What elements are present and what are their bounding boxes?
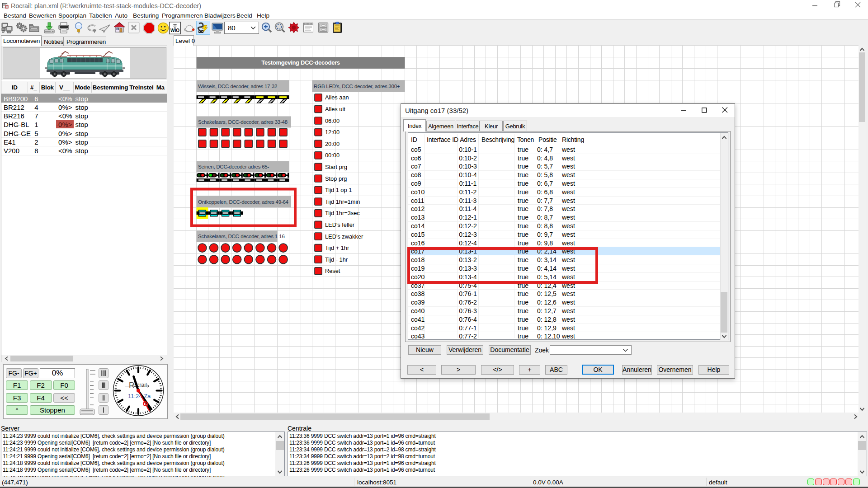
svg-text:Alles uit: Alles uit: [325, 106, 345, 113]
svg-text:Stop prg: Stop prg: [325, 175, 347, 182]
svg-text:Testomgeving DCC-decoders: Testomgeving DCC-decoders: [261, 59, 340, 66]
svg-text:Tijd 1hr=1min: Tijd 1hr=1min: [325, 198, 360, 205]
svg-text:12:00: 12:00: [325, 129, 340, 136]
svg-text:Ontkoppelen, DCC-decoder, adre: Ontkoppelen, DCC-decoder, adres 49-64: [198, 199, 288, 205]
svg-text:20:00: 20:00: [325, 141, 340, 147]
svg-text:WIO: WIO: [170, 28, 179, 33]
svg-text:Reset: Reset: [325, 267, 340, 274]
svg-text:Schakelaars, DCC-decoder, adre: Schakelaars, DCC-decoder, adres 33-48: [198, 119, 288, 125]
svg-text:06:00: 06:00: [325, 117, 340, 124]
svg-text:LED's zwakker: LED's zwakker: [325, 233, 363, 240]
svg-text:RGB LED's, DCC-decoder, adres: RGB LED's, DCC-decoder, adres 300+: [314, 83, 400, 89]
svg-text:Tijd 1 op 1: Tijd 1 op 1: [325, 187, 352, 193]
svg-text:Tijd + 1hr: Tijd + 1hr: [325, 244, 349, 251]
svg-text:Wissels, DCC-decoder, adres 17: Wissels, DCC-decoder, adres 17-32: [198, 83, 277, 89]
svg-text:00:00: 00:00: [325, 152, 340, 159]
svg-text:Alles aan: Alles aan: [325, 94, 349, 101]
svg-text:Tijd 1hr=3sec: Tijd 1hr=3sec: [325, 210, 360, 216]
svg-text:LED's feller: LED's feller: [325, 221, 355, 228]
svg-text:Tijd - 1hr: Tijd - 1hr: [325, 256, 348, 263]
svg-text:Seinen, DCC-decoder adres 65-: Seinen, DCC-decoder adres 65-: [198, 164, 269, 169]
svg-text:Start prg: Start prg: [325, 164, 347, 170]
svg-text:Schakelaars, DCC-decoder, adre: Schakelaars, DCC-decoder, adres 1-16: [198, 233, 285, 239]
